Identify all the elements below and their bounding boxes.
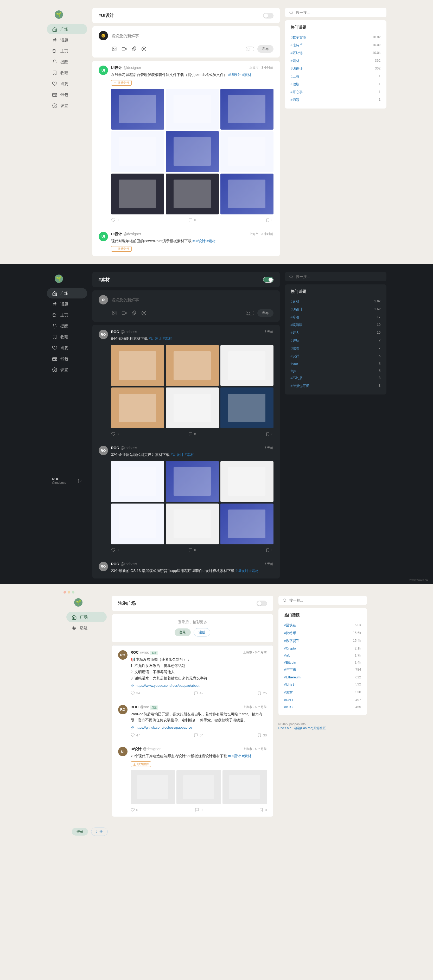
post-image[interactable] [166,131,219,172]
avatar[interactable]: UI [118,747,127,756]
post-image[interactable] [131,770,175,804]
nav-item-wallet[interactable]: 钱包 [47,89,87,100]
post-image[interactable] [166,345,219,386]
nav-item-hash[interactable]: 话题 [47,35,87,45]
user-box[interactable]: ROC @rocboss [47,474,87,488]
post-image[interactable] [220,387,274,428]
post-image[interactable] [223,770,267,804]
hot-topic-row[interactable]: #Bitcoin1.4k [284,659,361,666]
post-user[interactable]: UI设计 [111,232,122,236]
nav-item-bookmark[interactable]: 收藏 [47,332,87,342]
nav-item-home[interactable]: 广场 [47,24,87,34]
hot-topic-row[interactable]: #比特币15.6k [284,629,361,637]
hot-topic-row[interactable]: #DeFi497 [284,696,361,703]
post-image[interactable] [166,387,219,428]
compass-icon[interactable] [141,310,146,316]
hot-topic-row[interactable]: #哈哈17 [291,313,381,321]
post-user[interactable]: UI设计 [131,747,142,751]
theme-toggle[interactable] [263,13,274,19]
image-icon[interactable] [111,46,117,51]
post-image[interactable] [111,89,164,130]
post-link[interactable]: https://github.com/rocboss/paopao-ce [131,725,267,729]
post-image[interactable] [166,173,219,215]
hot-topic-row[interactable]: #嘎嘎嘎10 [291,321,381,329]
post-user[interactable]: ROC [131,705,139,709]
hot-topic-row[interactable]: #上海1 [291,73,381,80]
comment-button[interactable]: 64 [194,733,203,737]
tag[interactable]: #UI设计 #素材 [228,73,252,77]
logout-icon[interactable] [78,479,82,483]
hot-topic-row[interactable]: #不约展3 [291,374,381,382]
hot-topic-row[interactable]: #好人10 [291,329,381,337]
avatar[interactable]: RO [118,650,127,660]
post-image[interactable] [220,89,274,130]
like-button[interactable]: 0 [111,218,119,222]
login-button-bottom[interactable]: 登录 [72,828,88,835]
post-image[interactable] [220,345,274,386]
hot-topic-row[interactable]: #UI设计532 [284,681,361,689]
nav-item-leaf[interactable]: 主页 [47,310,87,320]
hot-topic-row[interactable]: #素材530 [284,689,361,696]
post-image[interactable] [166,461,219,502]
publish-button[interactable]: 发布 [257,309,274,317]
avatar[interactable]: UI [99,232,108,241]
hot-topic-row[interactable]: #Crypto2.1k [284,645,361,652]
search-input[interactable] [296,275,382,279]
post-link[interactable]: https://www.yuque.com/rocs/paopao/about [131,684,267,687]
publish-button[interactable]: 发布 [257,45,274,53]
nav-item-gear[interactable]: 设置 [47,100,87,111]
hot-topic-row[interactable]: #go5 [291,367,381,374]
hot-topic-row[interactable]: #假期1 [291,80,381,88]
post-image[interactable] [220,504,274,544]
nav-item-hash[interactable]: 话题 [47,299,87,309]
hot-topic-row[interactable]: #元宇宙784 [284,666,361,674]
search-input[interactable] [296,10,382,14]
post-image[interactable] [177,770,221,804]
hot-topic-row[interactable]: #数字货币10.0k [291,33,381,41]
register-button[interactable]: 注册 [194,628,210,636]
attachment-icon[interactable] [131,46,137,51]
post-image[interactable] [111,504,164,544]
nav-item-bookmark[interactable]: 收藏 [47,68,87,78]
post-user[interactable]: ROC [131,650,139,654]
bookmark-button[interactable]: 0 [266,218,273,222]
like-button[interactable]: 0 [131,808,138,812]
attachment-icon[interactable] [131,310,137,316]
post-image[interactable] [166,504,219,544]
footer-link-2[interactable]: 泡泡(PaoPao)开源社区 [294,726,326,730]
login-button[interactable]: 登录 [175,628,191,636]
avatar[interactable]: RO [99,446,108,455]
tag[interactable]: #UI设计 #素材 [149,336,172,340]
tag[interactable]: #UI设计 #素材 [228,754,251,758]
post-image[interactable] [111,345,164,386]
comment-button[interactable]: 0 [195,808,202,812]
hot-topic-row[interactable]: #BTC455 [284,703,361,710]
compose-input[interactable] [111,33,274,38]
post-image[interactable] [111,131,164,172]
nav-item-leaf[interactable]: 主页 [47,46,87,56]
nav-item-hash[interactable]: 话题 [66,623,107,633]
avatar[interactable]: RO [99,562,108,571]
visibility-toggle[interactable] [246,311,254,315]
nav-item-bell[interactable]: 提醒 [47,57,87,67]
like-button[interactable]: 0 [111,548,119,552]
hot-topic-row[interactable]: #嘿嘿7 [291,345,381,352]
hot-topic-row[interactable]: #街猫也可爱3 [291,382,381,390]
bookmark-button[interactable]: 25 [257,691,267,695]
avatar[interactable]: RO [118,705,127,714]
avatar[interactable]: RO [99,330,108,339]
image-icon[interactable] [111,310,117,316]
hot-topic-row[interactable]: #闲聊1 [291,96,381,104]
post-image[interactable] [111,461,164,502]
post-image[interactable] [220,461,274,502]
theme-toggle[interactable] [256,601,267,606]
hot-topic-row[interactable]: #素材362 [291,57,381,65]
tag[interactable]: #UI设计 #素材 [171,453,194,457]
visibility-toggle[interactable] [246,46,254,51]
bookmark-button[interactable]: 30 [257,733,267,737]
post-image[interactable] [220,131,274,172]
post-image[interactable] [220,173,274,215]
hot-topic-row[interactable]: #区块链16.0k [284,621,361,629]
post-image[interactable] [166,89,219,130]
bookmark-button[interactable]: 0 [259,808,267,812]
